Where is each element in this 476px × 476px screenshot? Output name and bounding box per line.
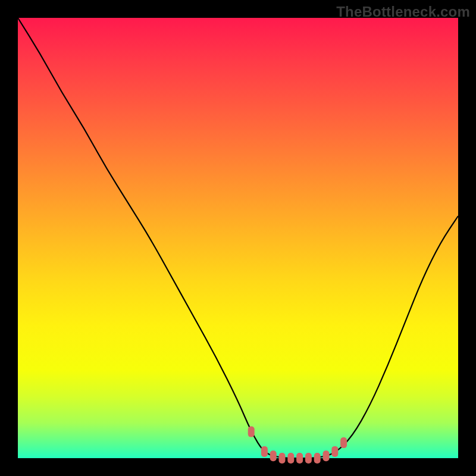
data-marker [287, 453, 294, 464]
data-marker [323, 450, 330, 461]
data-marker [248, 427, 255, 437]
chart-svg [18, 18, 458, 458]
data-marker [270, 450, 277, 461]
data-marker [296, 453, 303, 464]
marker-group [248, 427, 347, 464]
curve-group [18, 18, 458, 458]
bottleneck-curve [18, 18, 458, 458]
data-marker [279, 453, 286, 464]
watermark-text: TheBottleneck.com [336, 4, 470, 20]
data-marker [340, 437, 347, 448]
data-marker [331, 446, 338, 457]
data-marker [305, 453, 312, 464]
data-marker [261, 446, 268, 457]
chart-frame: TheBottleneck.com [0, 0, 476, 476]
data-marker [314, 453, 321, 464]
plot-area [18, 18, 458, 458]
